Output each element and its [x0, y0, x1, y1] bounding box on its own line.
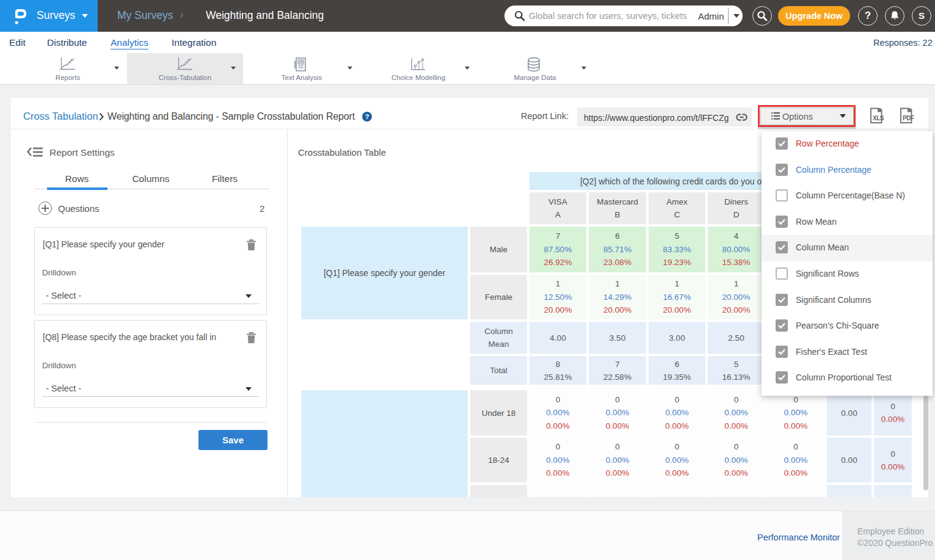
svg-text:PDF: PDF: [903, 115, 914, 122]
svg-text:XLS: XLS: [873, 115, 884, 122]
